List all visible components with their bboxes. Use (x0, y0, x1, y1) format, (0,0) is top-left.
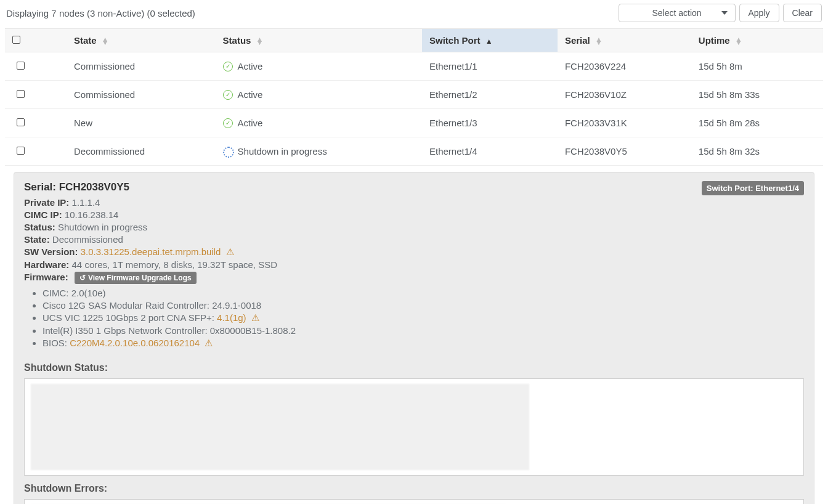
cell-uptime: 15d 5h 8m 33s (691, 81, 823, 109)
detail-cimc-ip: CIMC IP: 10.16.238.14 (24, 209, 296, 220)
shutdown-errors-heading: Shutdown Errors: (24, 483, 804, 494)
check-circle-icon: ✓ (223, 118, 233, 128)
warning-icon: ⚠ (251, 312, 259, 323)
cell-status: ✓Active (216, 81, 422, 109)
detail-private-ip: Private IP: 1.1.1.4 (24, 197, 296, 208)
row-checkbox[interactable] (5, 52, 36, 81)
check-circle-icon: ✓ (223, 90, 233, 100)
view-firmware-logs-button[interactable]: ↺ View Firmware Upgrade Logs (75, 272, 197, 284)
cell-status: ✓Active (216, 52, 422, 81)
shutdown-status-box[interactable] (24, 378, 804, 476)
sort-icon: ▲▼ (595, 38, 603, 44)
warning-icon: ⚠ (205, 338, 213, 349)
switch-port-badge: Switch Port: Ethernet1/4 (702, 181, 804, 195)
row-checkbox[interactable] (5, 137, 36, 166)
select-action-label: Select action (652, 8, 701, 18)
cell-switch-port: Ethernet1/1 (422, 52, 558, 81)
cell-serial: FCH2036V224 (558, 52, 691, 81)
clear-button[interactable]: Clear (783, 4, 822, 22)
cell-uptime: 15d 5h 8m 32s (691, 137, 823, 166)
col-status[interactable]: Status ▲▼ (216, 29, 422, 52)
cell-state: Commissioned (67, 52, 216, 81)
redacted-content (31, 384, 529, 470)
nodes-table: State ▲▼ Status ▲▼ Switch Port ▲ Serial … (5, 28, 823, 166)
fw-vic: UCS VIC 1225 10Gbps 2 port CNA SFP+: 4.1… (43, 312, 296, 323)
header-checkbox[interactable] (5, 29, 36, 52)
display-summary: Displaying 7 nodes (3 non-Active) (0 sel… (6, 8, 195, 18)
sort-icon: ▲▼ (735, 38, 742, 44)
table-row[interactable]: New✓ActiveEthernet1/3FCH2033V31K15d 5h 8… (5, 109, 823, 137)
detail-state: State: Decommissioned (24, 234, 296, 245)
warning-icon: ⚠ (226, 246, 234, 258)
row-spacer (36, 109, 67, 137)
header-spacer (36, 29, 67, 52)
table-row[interactable]: Commissioned✓ActiveEthernet1/1FCH2036V22… (5, 52, 823, 81)
col-state[interactable]: State ▲▼ (67, 29, 216, 52)
col-serial[interactable]: Serial ▲▼ (558, 29, 691, 52)
cell-serial: FCH2036V10Z (558, 81, 691, 109)
table-row[interactable]: Commissioned✓ActiveEthernet1/2FCH2036V10… (5, 81, 823, 109)
cell-serial: FCH2033V31K (558, 109, 691, 137)
history-icon: ↺ (79, 274, 86, 282)
row-spacer (36, 81, 67, 109)
apply-button[interactable]: Apply (739, 4, 779, 22)
detail-sw-version: SW Version: 3.0.3.31225.deepai.tet.mrpm.… (24, 246, 296, 258)
cell-state: Decommissioned (67, 137, 216, 166)
firmware-list: CIMC: 2.0(10e) Cisco 12G SAS Modular Rai… (43, 288, 296, 349)
fw-raid: Cisco 12G SAS Modular Raid Controller: 2… (43, 300, 296, 311)
fw-cimc: CIMC: 2.0(10e) (43, 288, 296, 298)
select-action-dropdown[interactable]: Select action (619, 4, 736, 22)
table-row[interactable]: DecommissionedShutdown in progressEthern… (5, 137, 823, 166)
fw-intel: Intel(R) I350 1 Gbps Network Controller:… (43, 325, 296, 336)
cell-switch-port: Ethernet1/4 (422, 137, 558, 166)
sort-icon: ▲▼ (102, 38, 109, 44)
cell-uptime: 15d 5h 8m 28s (691, 109, 823, 137)
detail-serial: Serial: FCH2038V0Y5 (24, 181, 296, 193)
row-checkbox[interactable] (5, 81, 36, 109)
caret-down-icon (721, 11, 728, 15)
detail-hardware: Hardware: 44 cores, 1T memory, 8 disks, … (24, 259, 296, 270)
sort-asc-icon: ▲ (485, 40, 493, 43)
shutdown-errors-box[interactable] (24, 499, 804, 504)
detail-firmware: Firmware: ↺ View Firmware Upgrade Logs (24, 272, 296, 284)
col-uptime[interactable]: Uptime ▲▼ (691, 29, 823, 52)
detail-status: Status: Shutdown in progress (24, 222, 296, 232)
col-switch-port[interactable]: Switch Port ▲ (422, 29, 558, 52)
cell-serial: FCH2038V0Y5 (558, 137, 691, 166)
row-spacer (36, 137, 67, 166)
cell-status: Shutdown in progress (216, 137, 422, 166)
check-circle-icon: ✓ (223, 62, 233, 71)
fw-bios: BIOS: C220M4.2.0.10e.0.0620162104 ⚠ (43, 338, 296, 349)
cell-status: ✓Active (216, 109, 422, 137)
cell-switch-port: Ethernet1/2 (422, 81, 558, 109)
row-spacer (36, 52, 67, 81)
sort-icon: ▲▼ (256, 38, 264, 44)
row-checkbox[interactable] (5, 109, 36, 137)
cell-state: New (67, 109, 216, 137)
cell-uptime: 15d 5h 8m (691, 52, 823, 81)
cell-state: Commissioned (67, 81, 216, 109)
node-detail-panel: Serial: FCH2038V0Y5 Private IP: 1.1.1.4 … (14, 172, 814, 504)
cell-switch-port: Ethernet1/3 (422, 109, 558, 137)
shutdown-status-heading: Shutdown Status: (24, 362, 804, 373)
spinner-icon (223, 147, 233, 156)
